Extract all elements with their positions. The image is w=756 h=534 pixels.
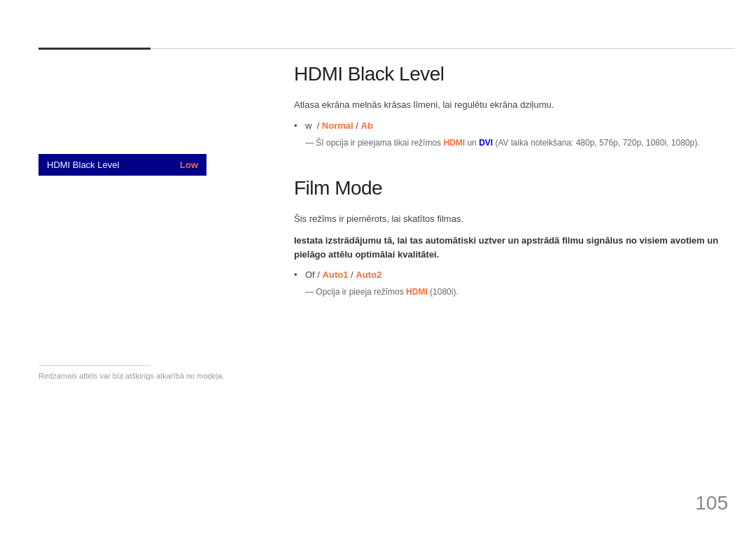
left-footer: Redzamais attēls var būt atšķirīgs atkar… [38,365,224,380]
separator: / [317,120,322,131]
hdmi-section-title: HDMI Black Level [294,63,728,85]
hdmi-note-hdmi: HDMI [443,138,465,148]
hdmi-option-prefix: w [305,120,314,131]
left-footer-text: Redzamais attēls var būt atšķirīgs atkar… [38,372,224,380]
separator: / [356,120,360,131]
separator: / [317,269,322,280]
film-note: Opcija ir pieeja režīmos HDMI (1080i). [294,286,728,298]
hdmi-option-item: w / Normal / Ab [294,120,728,131]
film-mode-title: Film Mode [294,177,728,199]
film-options-list: Of / Auto1 / Auto2 [294,269,728,280]
film-note-hdmi: HDMI [406,287,428,297]
film-option-off: Of [305,269,315,280]
film-desc-1: Šis režīms ir piemērots, lai skatītos fi… [294,212,728,226]
film-option-auto1: Auto1 [323,269,349,280]
main-content: HDMI Black Level Atlasa ekrāna melnās kr… [294,63,728,326]
hdmi-section-description: Atlasa ekrāna melnās krāsas līmeni, lai … [294,98,728,112]
sidebar-item-value: Low [180,160,198,170]
film-option-item: Of / Auto1 / Auto2 [294,269,728,280]
film-mode-section: Film Mode Šis režīms ir piemērots, lai s… [294,177,728,299]
sidebar: HDMI Black Level Low [38,154,206,176]
top-line-light [150,48,735,49]
hdmi-black-level-section: HDMI Black Level Atlasa ekrāna melnās kr… [294,63,728,149]
top-decorative-lines [0,48,756,50]
film-desc-2: Iestata izstrādājumu tā, lai tas automāt… [294,234,728,261]
hdmi-note: Šī opcija ir pieejama tikai režīmos HDMI… [294,136,728,149]
hdmi-note-dvi: DVI [479,138,493,148]
top-line-dark [38,48,150,50]
hdmi-option-ab: Ab [361,120,373,131]
hdmi-options-list: w / Normal / Ab [294,120,728,131]
film-option-auto2: Auto2 [356,269,382,280]
sidebar-item-label: HDMI Black Level [47,160,119,170]
hdmi-option-normal: Normal [322,120,354,131]
sidebar-active-item[interactable]: HDMI Black Level Low [38,154,206,176]
left-footer-line [38,365,150,366]
page-number: 105 [695,492,728,514]
